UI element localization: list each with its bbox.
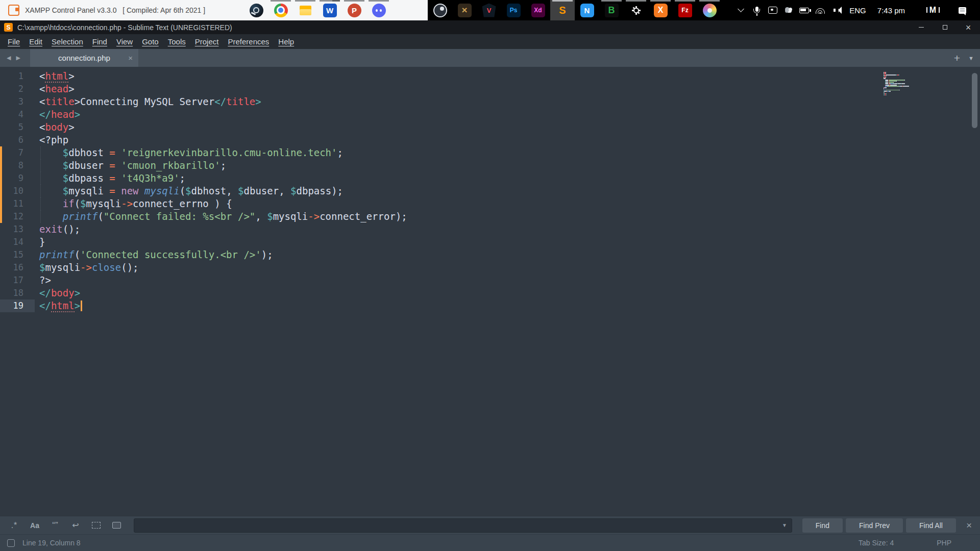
word-taskbar-icon[interactable]: W [317,0,342,20]
find-button-group: FindFind PrevFind All [799,518,956,533]
tab-overflow-icon[interactable]: ▼ [968,55,974,61]
status-bar-right: Tab Size: 4 PHP [859,539,973,547]
code-line[interactable]: 1<html> [0,70,980,83]
new-tab-icon[interactable]: + [954,53,960,63]
find-all-button[interactable]: Find All [906,518,956,533]
game-taskbar-icon[interactable]: × [452,0,477,20]
highlight-matches-toggle-icon[interactable] [108,518,125,532]
camera-icon[interactable] [765,0,780,20]
explorer-icon [299,4,312,17]
tab-size-indicator[interactable]: Tab Size: 4 [859,539,894,547]
code-line[interactable]: 17?> [0,274,980,287]
code-line[interactable]: 10 $mysqli = new mysqli($dbhost, $dbuser… [0,185,980,197]
filezilla-taskbar-icon[interactable]: Fz [673,0,697,20]
tab-nav-forward-icon[interactable]: ▶ [13,53,22,63]
code-line[interactable]: 5<body> [0,121,980,134]
menu-help[interactable]: Help [274,37,299,46]
code-line[interactable]: 4</head> [0,108,980,121]
panel-toggle-icon[interactable] [7,539,15,547]
code-editor[interactable]: 1<html>2<head>3<title>Connecting MySQL S… [0,67,980,516]
code-line[interactable]: 9 $dbpass = 't4Q3h*a9'; [0,172,980,185]
menu-edit[interactable]: Edit [24,37,47,46]
settings-taskbar-icon[interactable] [624,0,648,20]
menu-preferences[interactable]: Preferences [223,37,274,46]
taskbar: XAMPP Control Panel v3.3.0 [ Compiled: A… [0,0,980,20]
onedrive-cloud-icon[interactable] [780,0,796,20]
pinned-apps-light: WP [244,0,391,20]
menu-selection[interactable]: Selection [47,37,88,46]
menu-find[interactable]: Find [88,37,112,46]
volume-icon[interactable] [828,0,844,20]
code-line[interactable]: 8 $dbuser = 'cmuon_rkbarillo'; [0,159,980,172]
xampp-taskbar-icon[interactable]: X [648,0,673,20]
code-line[interactable]: 6<?php [0,134,980,146]
microphone-icon[interactable] [749,0,765,20]
xd-icon: Xd [531,4,545,17]
hidden-icons-chevron-icon[interactable] [733,0,749,20]
steam-taskbar-icon[interactable] [244,0,268,20]
syntax-indicator[interactable]: PHP [937,539,951,547]
discord-taskbar-icon[interactable] [366,0,391,20]
powerpoint-taskbar-icon[interactable]: P [342,0,366,20]
code-line[interactable]: 11 if($mysqli->connect_errno ) { [0,197,980,210]
minimize-button[interactable] [910,20,933,34]
code-line[interactable]: 13exit(); [0,223,980,236]
modified-line-marker [0,185,2,197]
taskbar-light-section: XAMPP Control Panel v3.3.0 [ Compiled: A… [0,0,428,20]
regex-toggle-icon[interactable]: .* [6,518,22,532]
medal-m-icon[interactable]: M [919,0,947,20]
wifi-icon[interactable] [812,0,828,20]
code-line[interactable]: 14} [0,236,980,248]
find-input[interactable] [134,521,777,530]
code-line[interactable]: 18</body> [0,287,980,299]
minimap[interactable] [884,72,916,96]
tab-nav-back-icon[interactable]: ◀ [4,53,13,63]
xampp-window-taskbar-button[interactable]: XAMPP Control Panel v3.3.0 [ Compiled: A… [0,0,213,20]
notes-taskbar-icon[interactable]: N [575,0,599,20]
notes-icon: N [580,4,594,17]
tab-connection-php[interactable]: connection.php × [30,49,138,67]
code-line[interactable]: 15printf('Connected successfully.<br />'… [0,248,980,261]
code-line[interactable]: 16$mysqli->close(); [0,261,980,274]
code-line[interactable]: 2<head> [0,83,980,95]
menu-goto[interactable]: Goto [137,37,163,46]
chrome-taskbar-icon[interactable] [268,0,293,20]
find-history-dropdown-icon[interactable]: ▼ [777,522,792,528]
sublime-taskbar-icon[interactable]: S [550,0,575,20]
case-sensitive-toggle-icon[interactable]: Aa [27,518,43,532]
tab-close-icon[interactable]: × [128,54,133,62]
valorant-taskbar-icon[interactable]: V [477,0,501,20]
find-button[interactable]: Find [802,518,843,533]
menu-project[interactable]: Project [190,37,224,46]
code-line[interactable]: 12 printf("Connect failed: %s<br />", $m… [0,210,980,223]
menu-tools[interactable]: Tools [163,37,190,46]
paint-taskbar-icon[interactable] [697,0,722,20]
bapp-taskbar-icon[interactable]: B [599,0,624,20]
close-button[interactable] [957,20,980,34]
code-line[interactable]: 3<title>Connecting MySQL Server</title> [0,95,980,108]
maximize-button[interactable] [933,20,957,34]
discord-icon [372,4,386,17]
battery-charging-icon[interactable] [796,0,812,20]
photoshop-taskbar-icon[interactable]: Ps [501,0,526,20]
explorer-taskbar-icon[interactable] [293,0,317,20]
line-number: 9 [0,172,35,185]
whole-word-toggle-icon[interactable]: “” [47,518,63,532]
status-bar: Line 19, Column 8 Tab Size: 4 PHP [0,534,980,551]
vertical-scrollbar[interactable] [972,73,977,128]
menu-file[interactable]: File [3,37,24,46]
code-line[interactable]: 7 $dbhost = 'reignerkevinbarillo.cmu-onl… [0,146,980,159]
in-selection-toggle-icon[interactable] [88,518,104,532]
menu-view[interactable]: View [112,37,137,46]
find-prev-button[interactable]: Find Prev [846,518,903,533]
line-number: 10 [0,185,35,197]
obs-icon [433,4,447,17]
notifications-icon[interactable] [947,0,977,20]
language-indicator[interactable]: ENG [844,6,872,15]
clock[interactable]: 7:43 pm [872,6,911,15]
xd-taskbar-icon[interactable]: Xd [526,0,550,20]
wrap-toggle-icon[interactable]: ↩ [67,518,84,532]
code-line[interactable]: 19</html> [0,299,980,312]
obs-taskbar-icon[interactable] [428,0,452,20]
find-panel-close-icon[interactable]: × [964,520,974,530]
